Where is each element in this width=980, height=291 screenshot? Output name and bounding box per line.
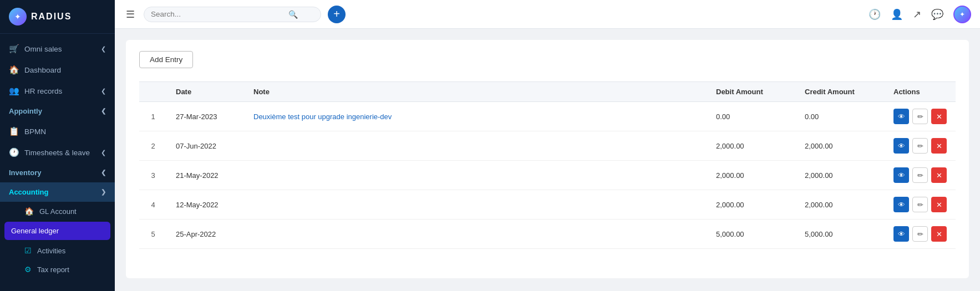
delete-button[interactable]: ✕ xyxy=(931,197,947,212)
delete-button[interactable]: ✕ xyxy=(931,226,947,242)
sidebar-item-appointly[interactable]: Appointly ❮ xyxy=(0,101,115,121)
bpmn-icon: 📋 xyxy=(9,126,19,136)
edit-button[interactable]: ✏ xyxy=(912,226,928,242)
view-button[interactable]: 👁 xyxy=(893,109,909,124)
row-date: 12-May-2022 xyxy=(167,190,245,219)
add-button[interactable]: + xyxy=(328,6,346,23)
edit-button[interactable]: ✏ xyxy=(912,138,928,154)
timesheets-icon: 🕐 xyxy=(9,147,19,157)
row-debit: 0.00 xyxy=(707,102,796,131)
sidebar-sub-item-general-ledger[interactable]: General ledger xyxy=(4,222,110,240)
sidebar-nav: 🛒 Omni sales ❮ 🏠 Dashboard 👥 HR records … xyxy=(0,34,115,291)
edit-button[interactable]: ✏ xyxy=(912,167,928,183)
row-debit: 5,000.00 xyxy=(707,219,796,249)
add-entry-button[interactable]: Add Entry xyxy=(139,51,193,68)
entries-table: Date Note Debit Amount Credit Amount Act… xyxy=(139,81,956,249)
topbar-right: 🕐 👤 ↗ 💬 ✦ xyxy=(869,6,971,23)
edit-button[interactable]: ✏ xyxy=(912,197,928,212)
col-actions: Actions xyxy=(885,82,956,102)
search-input[interactable] xyxy=(151,10,284,18)
home-icon: 🏠 xyxy=(24,207,34,216)
view-button[interactable]: 👁 xyxy=(893,226,909,242)
chevron-right-icon: ❮ xyxy=(101,169,106,176)
logo-icon: ✦ xyxy=(9,8,27,25)
row-num: 2 xyxy=(139,131,167,161)
sidebar-sub-item-tax-report[interactable]: ⚙ Tax report xyxy=(0,260,115,279)
sidebar-item-accounting[interactable]: Accounting ❯ xyxy=(0,182,115,202)
dashboard-icon: 🏠 xyxy=(9,65,19,75)
chevron-right-icon: ❮ xyxy=(101,108,106,115)
row-actions: 👁 ✏ ✕ xyxy=(885,161,956,190)
delete-button[interactable]: ✕ xyxy=(931,138,947,154)
sidebar-item-hr-records[interactable]: 👥 HR records ❮ xyxy=(0,80,115,101)
avatar[interactable]: ✦ xyxy=(953,6,971,23)
view-button[interactable]: 👁 xyxy=(893,197,909,212)
sidebar-item-timesheets[interactable]: 🕐 Timesheets & leave ❮ xyxy=(0,142,115,163)
row-note: Deuxième test pour upgrade ingenierie-de… xyxy=(245,102,707,131)
note-link[interactable]: Deuxième test pour upgrade ingenierie-de… xyxy=(253,113,392,121)
row-debit: 2,000.00 xyxy=(707,131,796,161)
sidebar-sub-item-gl-account[interactable]: 🏠 GL Account xyxy=(0,202,115,221)
action-buttons: 👁 ✏ ✕ xyxy=(893,138,947,154)
row-date: 07-Jun-2022 xyxy=(167,131,245,161)
sidebar-item-bpmn[interactable]: 📋 BPMN xyxy=(0,121,115,142)
table-row: 2 07-Jun-2022 2,000.00 2,000.00 👁 ✏ ✕ xyxy=(139,131,956,161)
row-note xyxy=(245,131,707,161)
action-buttons: 👁 ✏ ✕ xyxy=(893,109,947,124)
table-row: 3 21-May-2022 2,000.00 2,000.00 👁 ✏ ✕ xyxy=(139,161,956,190)
sidebar-item-dashboard[interactable]: 🏠 Dashboard xyxy=(0,59,115,80)
notifications-icon[interactable]: 💬 xyxy=(931,8,943,21)
app-name: RADIUS xyxy=(31,12,72,22)
row-actions: 👁 ✏ ✕ xyxy=(885,102,956,131)
col-num xyxy=(139,82,167,102)
chevron-down-icon: ❯ xyxy=(101,188,106,196)
sidebar-sub-item-activities[interactable]: ☑ Activities xyxy=(0,241,115,260)
view-button[interactable]: 👁 xyxy=(893,167,909,183)
action-buttons: 👁 ✏ ✕ xyxy=(893,167,947,183)
search-bar: 🔍 xyxy=(144,7,321,22)
row-debit: 2,000.00 xyxy=(707,190,796,219)
row-credit: 5,000.00 xyxy=(796,219,885,249)
col-debit: Debit Amount xyxy=(707,82,796,102)
row-credit: 2,000.00 xyxy=(796,190,885,219)
row-num: 5 xyxy=(139,219,167,249)
omni-sales-icon: 🛒 xyxy=(9,44,19,54)
delete-button[interactable]: ✕ xyxy=(931,109,947,124)
logo-area: ✦ RADIUS xyxy=(0,0,115,34)
table-row: 4 12-May-2022 2,000.00 2,000.00 👁 ✏ ✕ xyxy=(139,190,956,219)
action-buttons: 👁 ✏ ✕ xyxy=(893,226,947,242)
search-icon: 🔍 xyxy=(288,10,298,19)
row-actions: 👁 ✏ ✕ xyxy=(885,190,956,219)
topbar: ☰ 🔍 + 🕐 👤 ↗ 💬 ✦ xyxy=(115,0,980,29)
view-button[interactable]: 👁 xyxy=(893,138,909,154)
hr-records-icon: 👥 xyxy=(9,86,19,96)
row-actions: 👁 ✏ ✕ xyxy=(885,219,956,249)
row-credit: 2,000.00 xyxy=(796,131,885,161)
row-date: 27-Mar-2023 xyxy=(167,102,245,131)
row-num: 4 xyxy=(139,190,167,219)
main-content: Add Entry Date Note Debit Amount Credit … xyxy=(115,29,980,291)
sidebar: ✦ RADIUS 🛒 Omni sales ❮ 🏠 Dashboard 👥 HR… xyxy=(0,0,115,291)
table-row: 5 25-Apr-2022 5,000.00 5,000.00 👁 ✏ ✕ xyxy=(139,219,956,249)
sidebar-item-omni-sales[interactable]: 🛒 Omni sales ❮ xyxy=(0,38,115,59)
tax-report-icon: ⚙ xyxy=(24,265,32,274)
menu-toggle-button[interactable]: ☰ xyxy=(124,6,137,23)
chevron-right-icon: ❮ xyxy=(101,45,106,53)
history-icon[interactable]: 🕐 xyxy=(869,8,881,21)
row-date: 25-Apr-2022 xyxy=(167,219,245,249)
col-date: Date xyxy=(167,82,245,102)
row-credit: 0.00 xyxy=(796,102,885,131)
sidebar-item-inventory[interactable]: Inventory ❮ xyxy=(0,163,115,182)
contacts-icon[interactable]: 👤 xyxy=(891,8,903,21)
row-actions: 👁 ✏ ✕ xyxy=(885,131,956,161)
row-credit: 2,000.00 xyxy=(796,161,885,190)
row-note xyxy=(245,161,707,190)
row-date: 21-May-2022 xyxy=(167,161,245,190)
delete-button[interactable]: ✕ xyxy=(931,167,947,183)
col-note: Note xyxy=(245,82,707,102)
share-icon[interactable]: ↗ xyxy=(913,8,921,21)
action-buttons: 👁 ✏ ✕ xyxy=(893,197,947,212)
edit-button[interactable]: ✏ xyxy=(912,109,928,124)
chevron-right-icon: ❮ xyxy=(101,149,106,156)
activities-icon: ☑ xyxy=(24,246,32,255)
